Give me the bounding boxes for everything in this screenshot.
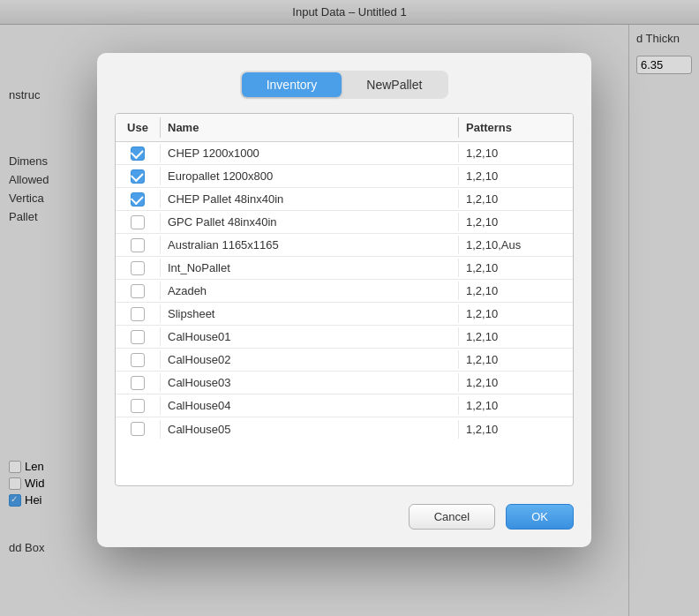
row-checkbox-1[interactable] — [131, 169, 145, 184]
cell-patterns-10: 1,2,10 — [458, 373, 573, 392]
table-row: CalHouse051,2,10 — [116, 417, 573, 440]
row-checkbox-9[interactable] — [131, 353, 145, 367]
button-row: Cancel OK — [115, 504, 574, 530]
table-row: CHEP Pallet 48inx40in1,2,10 — [116, 188, 573, 211]
cell-use-5 — [116, 259, 160, 278]
cell-use-9 — [116, 350, 160, 370]
cell-name-1: Europallet 1200x800 — [160, 167, 458, 185]
cell-use-0 — [116, 144, 160, 163]
row-checkbox-4[interactable] — [131, 238, 145, 252]
row-checkbox-6[interactable] — [131, 284, 145, 298]
cell-use-12 — [116, 419, 160, 439]
row-checkbox-5[interactable] — [131, 261, 145, 275]
table-row: Australian 1165x11651,2,10,Aus — [116, 234, 573, 257]
table-row: CalHouse011,2,10 — [116, 326, 573, 349]
cell-patterns-7: 1,2,10 — [458, 304, 573, 323]
cell-patterns-8: 1,2,10 — [458, 327, 573, 346]
tab-newpallet[interactable]: NewPallet — [342, 72, 447, 97]
row-checkbox-7[interactable] — [131, 307, 145, 321]
cell-use-3 — [116, 213, 160, 232]
cell-use-11 — [116, 396, 160, 416]
cancel-button[interactable]: Cancel — [409, 504, 495, 530]
table-row: Slipsheet1,2,10 — [116, 303, 573, 326]
cell-name-2: CHEP Pallet 48inx40in — [160, 190, 458, 208]
table-row: GPC Pallet 48inx40in1,2,10 — [116, 211, 573, 234]
modal-dialog: Inventory NewPallet Use Name Patterns CH… — [97, 53, 591, 547]
row-checkbox-11[interactable] — [131, 399, 145, 413]
col-header-name: Name — [160, 117, 458, 138]
row-checkbox-12[interactable] — [131, 422, 145, 436]
cell-name-11: CalHouse04 — [160, 396, 458, 415]
cell-use-8 — [116, 327, 160, 347]
cell-patterns-2: 1,2,10 — [458, 190, 573, 208]
cell-use-4 — [116, 236, 160, 255]
tab-inventory[interactable]: Inventory — [242, 72, 342, 97]
cell-name-12: CalHouse05 — [160, 420, 458, 439]
table-row: Europallet 1200x8001,2,10 — [116, 165, 573, 188]
cell-name-8: CalHouse01 — [160, 327, 458, 346]
table-body[interactable]: CHEP 1200x10001,2,10Europallet 1200x8001… — [116, 142, 573, 485]
table-row: CalHouse041,2,10 — [116, 394, 573, 417]
row-checkbox-0[interactable] — [131, 146, 145, 161]
cell-name-9: CalHouse02 — [160, 350, 458, 369]
inventory-table: Use Name Patterns CHEP 1200x10001,2,10Eu… — [115, 113, 574, 486]
cell-patterns-3: 1,2,10 — [458, 213, 573, 231]
cell-patterns-11: 1,2,10 — [458, 396, 573, 415]
table-row: CHEP 1200x10001,2,10 — [116, 142, 573, 165]
table-row: CalHouse021,2,10 — [116, 349, 573, 372]
cell-name-0: CHEP 1200x1000 — [160, 144, 458, 162]
cell-patterns-9: 1,2,10 — [458, 350, 573, 369]
cell-patterns-12: 1,2,10 — [458, 420, 573, 439]
ok-button[interactable]: OK — [506, 504, 574, 530]
cell-patterns-5: 1,2,10 — [458, 259, 573, 277]
tab-bar: Inventory NewPallet — [240, 71, 449, 99]
table-row: CalHouse031,2,10 — [116, 372, 573, 394]
cell-name-6: Azadeh — [160, 282, 458, 300]
col-header-patterns: Patterns — [458, 117, 573, 138]
cell-patterns-1: 1,2,10 — [458, 167, 573, 185]
cell-name-10: CalHouse03 — [160, 373, 458, 392]
cell-use-2 — [116, 190, 160, 209]
table-header: Use Name Patterns — [116, 114, 573, 142]
cell-patterns-6: 1,2,10 — [458, 282, 573, 300]
cell-name-4: Australian 1165x1165 — [160, 236, 458, 254]
table-row: Azadeh1,2,10 — [116, 280, 573, 303]
cell-use-1 — [116, 167, 160, 186]
cell-name-5: Int_NoPallet — [160, 259, 458, 277]
cell-use-10 — [116, 373, 160, 393]
table-row: Int_NoPallet1,2,10 — [116, 257, 573, 280]
row-checkbox-10[interactable] — [131, 376, 145, 390]
col-header-use: Use — [116, 117, 160, 138]
row-checkbox-3[interactable] — [131, 215, 145, 229]
cell-patterns-0: 1,2,10 — [458, 144, 573, 162]
cell-name-7: Slipsheet — [160, 304, 458, 323]
cell-use-7 — [116, 304, 160, 324]
cell-patterns-4: 1,2,10,Aus — [458, 236, 573, 254]
cell-name-3: GPC Pallet 48inx40in — [160, 213, 458, 231]
row-checkbox-8[interactable] — [131, 330, 145, 344]
cell-use-6 — [116, 282, 160, 301]
row-checkbox-2[interactable] — [131, 192, 145, 207]
